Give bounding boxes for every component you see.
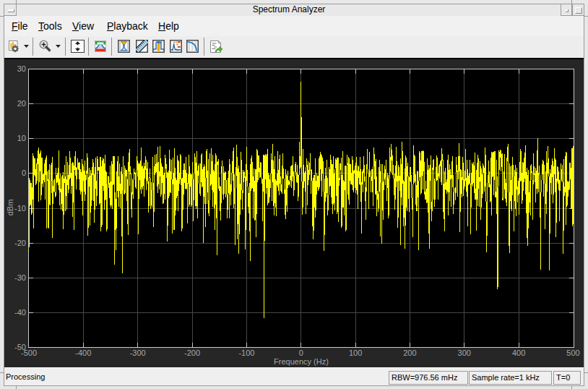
svg-text:20: 20 [17, 99, 26, 108]
svg-text:dBm: dBm [6, 200, 14, 216]
svg-text:-100: -100 [238, 349, 254, 357]
svg-text:300: 300 [458, 349, 471, 357]
svg-text:-20: -20 [14, 239, 26, 247]
svg-text:100: 100 [349, 349, 362, 357]
svg-text:-10: -10 [14, 204, 26, 213]
svg-text:200: 200 [403, 349, 416, 357]
svg-text:30: 30 [17, 64, 26, 73]
svg-text:Frequency (Hz): Frequency (Hz) [274, 357, 329, 366]
svg-text:400: 400 [512, 349, 525, 357]
svg-text:-300: -300 [130, 349, 146, 357]
svg-text:-30: -30 [14, 273, 26, 282]
svg-text:-500: -500 [21, 349, 37, 357]
svg-text:-200: -200 [184, 349, 200, 357]
svg-text:-400: -400 [75, 349, 91, 357]
svg-text:500: 500 [566, 349, 579, 357]
svg-text:0: 0 [299, 349, 303, 357]
svg-text:-40: -40 [14, 308, 26, 317]
svg-text:0: 0 [22, 168, 26, 177]
svg-text:10: 10 [17, 134, 26, 142]
